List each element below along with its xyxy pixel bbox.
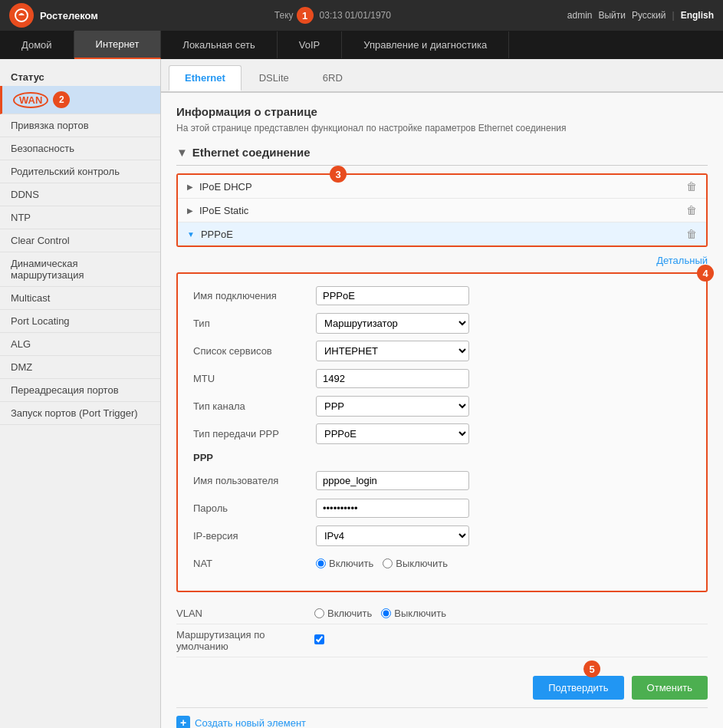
time-value: 03:13 01/01/1970 — [320, 10, 391, 21]
conn-delete-1[interactable]: 🗑 — [686, 180, 697, 193]
routing-row: Маршрутизация по умолчанию — [176, 624, 708, 657]
type-select[interactable]: Маршрутизатор — [316, 313, 469, 334]
channel-select[interactable]: PPP — [316, 396, 469, 417]
sidebar-item-wan[interactable]: WAN 2 — [0, 86, 160, 114]
nav-bar: Домой Интернет Локальная сеть VoIP Управ… — [0, 31, 723, 59]
username-label: Имя пользователя — [193, 475, 316, 486]
lang-ru-link[interactable]: Русский — [632, 10, 666, 21]
form-row-nat: NAT Включить Выключить — [193, 552, 691, 574]
conn-item-ipoe-static[interactable]: ▶ IPoE Static 🗑 — [178, 199, 706, 222]
conn-name-input[interactable] — [316, 286, 469, 305]
type-control: Маршрутизатор — [316, 313, 469, 334]
form-row-services: Список сервисов ИНТЕРНЕТ — [193, 340, 691, 361]
tab-dslite[interactable]: DSLite — [243, 65, 305, 91]
main-layout: Статус WAN 2 Привязка портов Безопасност… — [0, 59, 723, 728]
sidebar-item-port-binding[interactable]: Привязка портов — [0, 114, 160, 137]
conn-delete-2[interactable]: 🗑 — [686, 204, 697, 216]
conn-label-3: PPPoE — [201, 229, 686, 240]
add-element[interactable]: + Создать новый элемент — [176, 707, 708, 728]
nat-disable-radio[interactable] — [383, 558, 393, 568]
form-panel: Имя подключения Тип Маршрутизатор — [176, 272, 708, 592]
vlan-enable-radio[interactable] — [314, 608, 324, 618]
form-panel-wrapper: 4 Имя подключения Тип Маршрутизатор — [176, 272, 708, 592]
page-info-title: Информация о странице — [176, 105, 708, 118]
sidebar-item-port-trigger[interactable]: Запуск портов (Port Trigger) — [0, 402, 160, 425]
vlan-disable-radio[interactable] — [381, 608, 391, 618]
sidebar-item-port-forward[interactable]: Переадресация портов — [0, 379, 160, 402]
cancel-button[interactable]: Отменить — [632, 676, 708, 700]
logo-area: Ростелеком — [9, 3, 98, 28]
confirm-button[interactable]: Подтвердить — [533, 676, 623, 700]
username-input[interactable] — [316, 471, 469, 490]
connection-list: ▶ IPoE DHCP 🗑 ▶ IPoE Static 🗑 ▼ PPPoE 🗑 — [176, 173, 708, 247]
ip-version-select[interactable]: IPv4 — [316, 525, 469, 546]
lang-en-link[interactable]: English — [681, 10, 714, 21]
ppp-type-control: PPPoE — [316, 423, 469, 444]
nav-voip[interactable]: VoIP — [278, 31, 342, 58]
conn-item-ipoe-dhcp[interactable]: ▶ IPoE DHCP 🗑 — [178, 175, 706, 199]
conn-label-2: IPoE Static — [199, 205, 686, 216]
connection-list-wrapper: 3 ▶ IPoE DHCP 🗑 ▶ IPoE Static 🗑 ▼ PPPo — [176, 173, 708, 247]
tab-6rd[interactable]: 6RD — [307, 65, 359, 91]
conn-delete-3[interactable]: 🗑 — [686, 228, 697, 240]
sidebar-item-clear-control[interactable]: Clear Control — [0, 229, 160, 252]
annotation-badge-5: 5 — [583, 660, 600, 677]
logo-icon — [9, 3, 34, 28]
nat-disable-label[interactable]: Выключить — [383, 558, 448, 569]
form-row-channel: Тип канала PPP — [193, 395, 691, 417]
routing-label: Маршрутизация по умолчанию — [176, 629, 314, 652]
form-row-ppp-type: Тип передачи PPP PPPoE — [193, 423, 691, 444]
sidebar-item-port-locating[interactable]: Port Locating — [0, 310, 160, 333]
mtu-label: MTU — [193, 373, 316, 384]
sidebar-item-dmz[interactable]: DMZ — [0, 356, 160, 379]
tab-bar: Ethernet DSLite 6RD — [161, 59, 723, 93]
vlan-disable-label[interactable]: Выключить — [381, 608, 446, 619]
section-arrow-icon: ▼ — [176, 146, 188, 159]
annotation-badge-1: 1 — [297, 7, 314, 24]
conn-arrow-3: ▼ — [187, 230, 195, 239]
mtu-input[interactable] — [316, 369, 469, 388]
ppp-type-label: Тип передачи PPP — [193, 428, 316, 440]
sidebar-item-ddns[interactable]: DDNS — [0, 183, 160, 206]
services-label: Список сервисов — [193, 345, 316, 357]
top-bar: Ростелеком Теку 1 03:13 01/01/1970 admin… — [0, 0, 723, 31]
sidebar-item-ntp[interactable]: NTP — [0, 206, 160, 229]
sidebar-section-title: Статус — [0, 65, 160, 86]
conn-name-control — [316, 286, 469, 305]
password-input[interactable] — [316, 499, 469, 518]
nav-admin[interactable]: Управление и диагностика — [342, 31, 509, 58]
mtu-control — [316, 369, 469, 388]
type-label: Тип — [193, 318, 316, 329]
tab-ethernet[interactable]: Ethernet — [169, 65, 242, 91]
nat-enable-label[interactable]: Включить — [316, 558, 373, 569]
sidebar-item-multicast[interactable]: Multicast — [0, 287, 160, 310]
services-select[interactable]: ИНТЕРНЕТ — [316, 341, 469, 361]
detail-link[interactable]: Детальный — [176, 255, 708, 266]
services-control: ИНТЕРНЕТ — [316, 341, 469, 361]
nat-enable-radio[interactable] — [316, 558, 326, 568]
nat-radio-group: Включить Выключить — [316, 558, 469, 569]
conn-label-1: IPoE DHCP — [199, 181, 686, 193]
form-row-username: Имя пользователя — [193, 469, 691, 491]
nav-internet[interactable]: Интернет — [74, 31, 162, 59]
nav-lan[interactable]: Локальная сеть — [161, 31, 277, 58]
vlan-radio-group: Включить Выключить — [314, 608, 446, 619]
sidebar-item-dynamic-routing[interactable]: Динамическая маршрутизация — [0, 252, 160, 287]
vlan-enable-label[interactable]: Включить — [314, 608, 372, 619]
sidebar-item-parental[interactable]: Родительский контроль — [0, 160, 160, 183]
lang-sep: | — [672, 10, 675, 21]
ppp-type-select[interactable]: PPPoE — [316, 423, 469, 444]
logout-link[interactable]: Выйти — [598, 10, 626, 21]
sidebar-item-alg[interactable]: ALG — [0, 333, 160, 356]
conn-item-pppoe[interactable]: ▼ PPPoE 🗑 — [178, 222, 706, 245]
form-row-ip-version: IP-версия IPv4 — [193, 525, 691, 546]
sidebar-item-security[interactable]: Безопасность — [0, 137, 160, 160]
vlan-row: VLAN Включить Выключить — [176, 603, 708, 624]
routing-checkbox[interactable] — [314, 634, 324, 644]
form-row-mtu: MTU — [193, 367, 691, 389]
nav-home[interactable]: Домой — [0, 31, 74, 58]
button-row: 5 Подтвердить Отменить — [176, 668, 708, 707]
content-area: Ethernet DSLite 6RD Информация о страниц… — [161, 59, 723, 728]
time-area: Теку 1 03:13 01/01/1970 — [274, 7, 391, 24]
top-right: admin Выйти Русский | English — [567, 10, 714, 21]
